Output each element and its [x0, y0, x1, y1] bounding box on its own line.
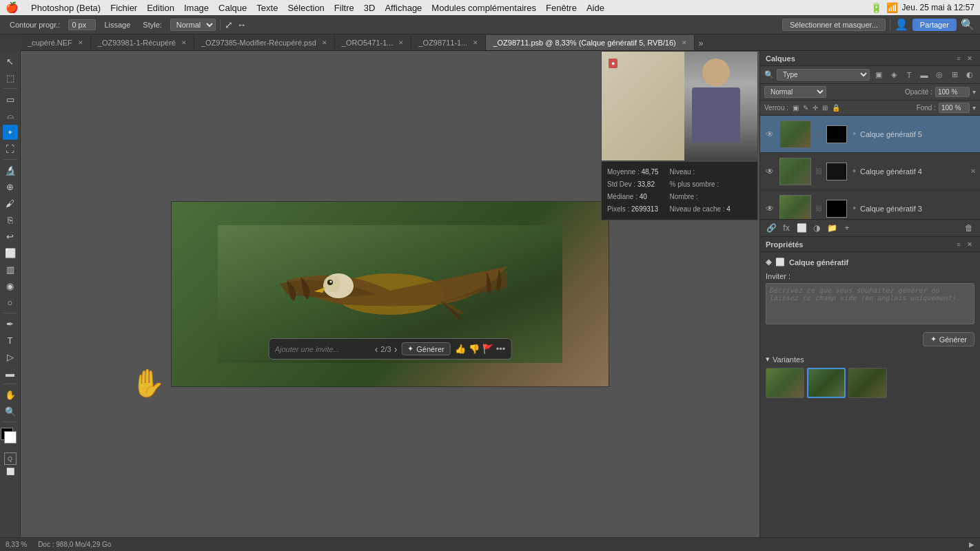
variantes-header[interactable]: ▾ Variantes	[766, 355, 974, 364]
more-icon[interactable]: •••	[496, 344, 506, 354]
tab-2[interactable]: _OZ97385-Modifier-Récupéré.psd ✕	[194, 35, 335, 50]
lock-move-icon[interactable]: ✛	[813, 104, 818, 112]
tool-brush[interactable]: 🖌	[3, 196, 18, 211]
layer-close-1[interactable]: ✕	[970, 167, 976, 175]
tabs-more-button[interactable]: »	[695, 37, 708, 50]
blend-mode-select[interactable]: Normal	[764, 86, 826, 98]
tab-4[interactable]: _OZ98711-1... ✕	[411, 35, 486, 50]
toolbar-style-select[interactable]: Normal	[170, 19, 216, 31]
opacity-dropdown-icon[interactable]: ▾	[972, 88, 976, 96]
thumbsup-icon[interactable]: 👍	[455, 344, 466, 354]
toolbar-expand-icon[interactable]: ⤢	[225, 19, 233, 30]
toolbar-contour-input[interactable]	[68, 19, 96, 30]
background-color[interactable]	[4, 431, 17, 444]
filter-smart-icon[interactable]: ◎	[933, 69, 946, 81]
foreground-color[interactable]	[1, 428, 13, 440]
tool-history-brush[interactable]: ↩	[3, 229, 18, 244]
tool-zoom[interactable]: 🔍	[3, 404, 18, 419]
tool-move[interactable]: ↖	[3, 54, 18, 69]
menu-3d[interactable]: 3D	[364, 3, 376, 13]
fill-input[interactable]	[939, 103, 970, 113]
menu-image[interactable]: Image	[184, 3, 209, 13]
layer-eye-1[interactable]: 👁	[764, 166, 775, 177]
layers-collapse-button[interactable]: ≡	[954, 54, 963, 63]
invite-textarea[interactable]	[766, 283, 974, 324]
tab-close-5[interactable]: ✕	[682, 39, 687, 46]
tab-3[interactable]: _ORO5471-1... ✕	[335, 35, 412, 50]
tab-close-0[interactable]: ✕	[78, 39, 83, 46]
color-chips[interactable]	[1, 428, 20, 447]
filter-toggle-icon[interactable]: ◐	[963, 69, 976, 81]
tab-close-3[interactable]: ✕	[398, 39, 404, 46]
filter-artboard-icon[interactable]: ⊞	[948, 69, 961, 81]
delete-layer-icon[interactable]: 🗑	[963, 222, 974, 233]
tool-pen[interactable]: ✒	[3, 316, 18, 331]
menu-affichage[interactable]: Affichage	[385, 3, 422, 13]
tool-marquee[interactable]: ▭	[3, 92, 18, 107]
tool-dodge[interactable]: ○	[3, 295, 18, 310]
tool-crop[interactable]: ⛶	[3, 141, 18, 156]
tab-close-4[interactable]: ✕	[473, 39, 478, 46]
variante-1[interactable]	[766, 368, 804, 398]
menu-photoshop[interactable]: Photoshop (Beta)	[31, 3, 101, 13]
menu-calque[interactable]: Calque	[218, 3, 247, 13]
props-collapse-button[interactable]: ≡	[954, 240, 963, 249]
tool-heal[interactable]: ⊕	[3, 179, 18, 194]
toolbar-search-icon[interactable]: 🔍	[961, 18, 974, 31]
layer-item-2[interactable]: 👁 ⛓ ⌖ Calque génératif 3	[760, 190, 980, 219]
toolbar-user-icon[interactable]: 👤	[895, 18, 908, 31]
tab-close-1[interactable]: ✕	[181, 39, 187, 46]
tool-path-select[interactable]: ▷	[3, 349, 18, 364]
layer-eye-0[interactable]: 👁	[764, 129, 775, 140]
layer-item-1[interactable]: 👁 ⛓ ⌖ Calque génératif 4 ✕	[760, 153, 980, 190]
tool-shape[interactable]: ▬	[3, 366, 18, 381]
filter-adjust-icon[interactable]: ◈	[888, 69, 900, 81]
menu-selection[interactable]: Sélection	[287, 3, 324, 13]
tool-clone[interactable]: ⎘	[3, 212, 18, 227]
select-mask-button[interactable]: Sélectionner et masquer...	[782, 19, 886, 31]
flag-icon[interactable]: 🚩	[482, 344, 493, 354]
tool-eyedropper[interactable]: 🔬	[3, 163, 18, 178]
props-close-button[interactable]: ✕	[965, 240, 974, 249]
tool-eraser[interactable]: ⬜	[3, 245, 18, 260]
generate-button[interactable]: ✦ Générer	[401, 342, 450, 355]
menu-texte[interactable]: Texte	[256, 3, 278, 13]
apple-menu[interactable]: 🍎	[6, 1, 19, 14]
tab-close-2[interactable]: ✕	[322, 39, 327, 46]
tab-5[interactable]: _OZ98711.psb @ 8,33% (Calque génératif 5…	[486, 35, 694, 50]
menu-fenetre[interactable]: Fenêtre	[546, 3, 577, 13]
gen-prev-button[interactable]: ‹	[375, 344, 378, 355]
tab-1[interactable]: _OZ93981-1-Récupéré ✕	[91, 35, 194, 50]
tool-artboard[interactable]: ⬚	[3, 70, 18, 85]
lock-all-icon[interactable]: 🔒	[832, 104, 840, 112]
add-adjustment-icon[interactable]: ◑	[811, 222, 822, 233]
screen-mode-button[interactable]: ⬜	[6, 468, 14, 476]
add-group-icon[interactable]: 📁	[826, 222, 837, 233]
menu-fichier[interactable]: Fichier	[110, 3, 137, 13]
toolbar-lissage[interactable]: Lissage	[100, 19, 134, 30]
layers-close-button[interactable]: ✕	[965, 54, 974, 63]
tool-type[interactable]: T	[3, 333, 18, 348]
layer-eye-2[interactable]: 👁	[764, 203, 775, 214]
tool-hand[interactable]: ✋	[3, 387, 18, 402]
add-layer-icon[interactable]: +	[841, 222, 853, 233]
menu-edition[interactable]: Edition	[147, 3, 174, 13]
status-arrow-icon[interactable]: ▶	[969, 541, 974, 548]
filter-type-icon[interactable]: T	[903, 69, 915, 81]
generate-prompt-input[interactable]	[275, 345, 371, 353]
filter-pixel-icon[interactable]: ▣	[872, 69, 885, 81]
tool-gradient[interactable]: ▥	[3, 262, 18, 277]
layer-item-0[interactable]: 👁 ⛓ ⌖ Calque génératif 5	[760, 116, 980, 153]
generer-button[interactable]: ✦ Générer	[923, 332, 974, 346]
lock-position-icon[interactable]: ✎	[803, 104, 808, 112]
add-mask-icon[interactable]: ⬜	[796, 222, 807, 233]
link-layers-icon[interactable]: 🔗	[766, 222, 777, 233]
variante-3[interactable]	[848, 368, 887, 398]
menu-modules[interactable]: Modules complémentaires	[431, 3, 536, 13]
layer-type-filter[interactable]: Type	[777, 69, 870, 81]
add-style-icon[interactable]: fx	[781, 222, 792, 233]
partager-button[interactable]: Partager	[912, 19, 957, 31]
opacity-input[interactable]	[935, 87, 970, 97]
menu-aide[interactable]: Aide	[586, 3, 604, 13]
tab-0[interactable]: _cupéré.NEF ✕	[21, 35, 91, 50]
